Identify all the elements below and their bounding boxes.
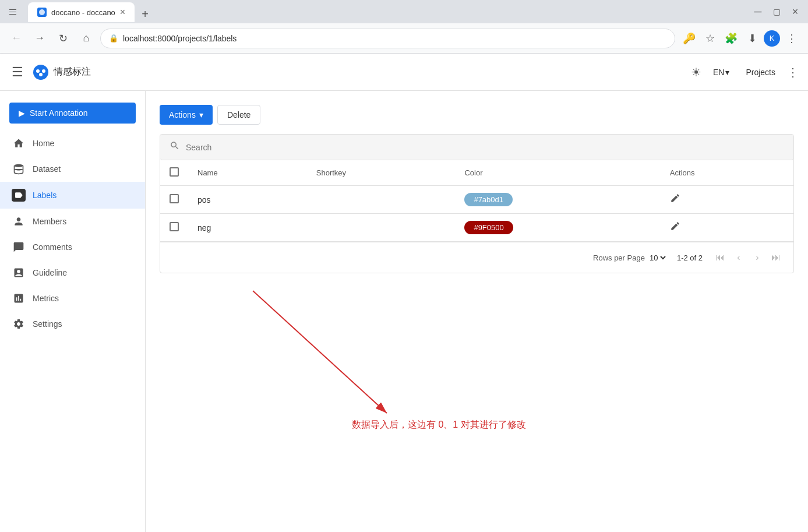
back-button[interactable]: ←	[7, 29, 26, 48]
search-bar	[160, 135, 793, 160]
row-checkbox[interactable]	[170, 194, 179, 203]
header-actions: Actions	[661, 160, 793, 186]
browser-title-bar: doccano - doccano × + ─ ▢ ×	[0, 0, 808, 23]
svg-point-5	[15, 164, 23, 167]
next-page-button[interactable]: ›	[749, 249, 765, 266]
sidebar-item-labels[interactable]: Labels	[0, 182, 145, 209]
color-badge: #9F0500	[464, 221, 513, 234]
sidebar-item-metrics[interactable]: Metrics	[0, 286, 145, 311]
dataset-icon	[12, 163, 26, 175]
header-more-icon[interactable]: ⋮	[787, 65, 799, 79]
lock-icon: 🔒	[109, 34, 118, 43]
language-selector[interactable]: EN ▾	[708, 64, 734, 80]
row-color: #9F0500	[455, 214, 660, 242]
start-annotation-button[interactable]: ▶ Start Annotation	[9, 103, 136, 124]
annotation-section: 数据导入后，这边有 0、1 对其进行了修改	[160, 279, 794, 466]
hamburger-menu-icon[interactable]: ☰	[9, 62, 26, 82]
tab-list-button[interactable]	[5, 3, 21, 20]
profile-avatar[interactable]: K	[764, 30, 780, 47]
row-checkbox[interactable]	[170, 222, 179, 231]
maximize-button[interactable]: ▢	[768, 3, 785, 20]
table-footer: Rows per Page 10 25 50 1-2 of 2 ⏮ ‹ ›	[160, 242, 793, 273]
header-shortkey: Shortkey	[307, 160, 456, 186]
first-page-button[interactable]: ⏮	[712, 249, 728, 266]
rows-per-page-select[interactable]: 10 25 50	[647, 253, 668, 263]
actions-button-label: Actions	[169, 110, 196, 119]
row-actions	[661, 214, 793, 242]
sidebar: ▶ Start Annotation Home Dataset	[0, 91, 146, 532]
forward-button[interactable]: →	[30, 29, 49, 48]
sidebar-labels-label: Labels	[33, 191, 57, 200]
main-content: Actions ▾ Delete	[146, 91, 808, 532]
color-badge: #7ab0d1	[464, 193, 513, 206]
sidebar-home-label: Home	[33, 139, 54, 148]
browser-toolbar: ← → ↻ ⌂ 🔒 localhost:8000/projects/1/labe…	[0, 23, 808, 54]
delete-button[interactable]: Delete	[217, 105, 260, 125]
labels-icon	[12, 189, 26, 202]
header-color: Color	[455, 160, 660, 186]
header-logo: 情感标注	[33, 64, 91, 80]
language-label: EN	[713, 68, 724, 77]
download-icon[interactable]: ⬇	[743, 29, 761, 48]
logo-icon	[33, 64, 49, 80]
labels-table: Name Shortkey Color Actions	[160, 160, 793, 242]
main-toolbar: Actions ▾ Delete	[160, 105, 794, 125]
actions-button[interactable]: Actions ▾	[160, 105, 213, 125]
row-color: #7ab0d1	[455, 186, 660, 214]
app-body: ▶ Start Annotation Home Dataset	[0, 91, 808, 532]
bookmark-icon[interactable]: ☆	[701, 29, 719, 48]
search-input[interactable]	[186, 143, 784, 152]
page-info: 1-2 of 2	[677, 253, 703, 262]
guideline-icon	[12, 267, 26, 279]
prev-page-button[interactable]: ‹	[731, 249, 747, 266]
svg-point-2	[36, 69, 40, 73]
browser-menu-icon[interactable]: ⋮	[782, 29, 801, 48]
extension-icon[interactable]: 🧩	[722, 29, 740, 48]
edit-icon[interactable]	[670, 194, 680, 206]
members-icon	[12, 216, 26, 227]
table-row: pos #7ab0d1	[160, 186, 793, 214]
projects-button[interactable]: Projects	[741, 64, 780, 80]
play-icon: ▶	[19, 108, 25, 118]
app-title: 情感标注	[54, 66, 91, 78]
table-header-row: Name Shortkey Color Actions	[160, 160, 793, 186]
sidebar-members-label: Members	[33, 217, 66, 226]
minimize-button[interactable]: ─	[750, 3, 766, 20]
select-all-checkbox[interactable]	[170, 167, 179, 177]
sidebar-item-comments[interactable]: Comments	[0, 234, 145, 260]
last-page-button[interactable]: ⏭	[768, 249, 784, 266]
actions-dropdown-icon: ▾	[199, 110, 203, 119]
sidebar-item-home[interactable]: Home	[0, 131, 145, 156]
new-tab-button[interactable]: +	[137, 6, 153, 22]
svg-point-4	[39, 73, 43, 76]
sidebar-item-settings[interactable]: Settings	[0, 311, 145, 337]
chevron-down-icon: ▾	[725, 68, 729, 77]
edit-icon[interactable]	[670, 222, 680, 234]
browser-toolbar-actions: 🔑 ☆ 🧩 ⬇ K ⋮	[680, 29, 801, 48]
sidebar-item-dataset[interactable]: Dataset	[0, 156, 145, 182]
rows-per-page-label: Rows per Page	[593, 253, 645, 262]
header-checkbox-cell	[160, 160, 188, 186]
reload-button[interactable]: ↻	[54, 29, 72, 48]
row-shortkey	[307, 186, 456, 214]
sidebar-guideline-label: Guideline	[33, 268, 67, 277]
sidebar-item-guideline[interactable]: Guideline	[0, 260, 145, 286]
svg-point-3	[42, 69, 45, 73]
sidebar-metrics-label: Metrics	[33, 294, 59, 303]
address-bar[interactable]: 🔒 localhost:8000/projects/1/labels	[100, 29, 675, 48]
sidebar-settings-label: Settings	[33, 319, 62, 329]
theme-toggle-icon[interactable]: ☀	[691, 65, 701, 79]
comments-icon	[12, 241, 26, 253]
settings-icon	[12, 318, 26, 330]
labels-table-wrapper: Name Shortkey Color Actions	[160, 134, 794, 273]
rows-per-page-control: Rows per Page 10 25 50	[593, 253, 668, 263]
active-tab[interactable]: doccano - doccano ×	[28, 2, 135, 22]
row-actions	[661, 186, 793, 214]
row-shortkey	[307, 214, 456, 242]
close-window-button[interactable]: ×	[787, 3, 803, 20]
tab-close-button[interactable]: ×	[120, 8, 125, 17]
password-manager-icon[interactable]: 🔑	[680, 29, 698, 48]
tab-title: doccano - doccano	[51, 8, 115, 17]
home-button[interactable]: ⌂	[77, 29, 96, 48]
sidebar-item-members[interactable]: Members	[0, 209, 145, 234]
